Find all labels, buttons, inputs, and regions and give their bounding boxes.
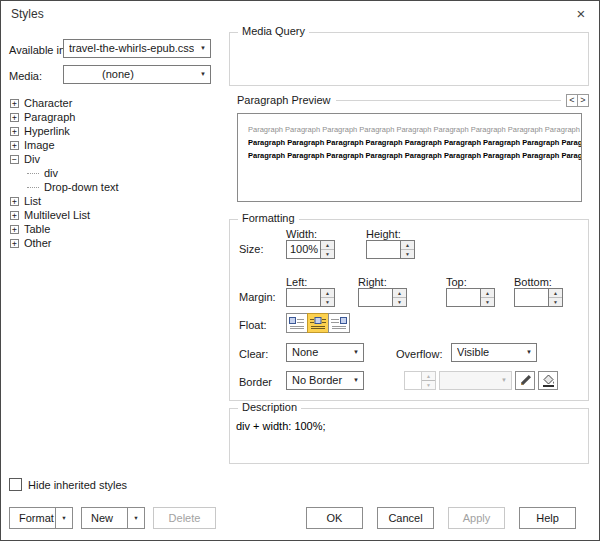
description-legend: Description [238, 401, 301, 413]
float-center-button[interactable] [307, 313, 329, 333]
media-label: Media: [9, 70, 42, 82]
tree-connector [27, 173, 39, 174]
media-query-legend: Media Query [238, 25, 309, 37]
overflow-select[interactable]: Visible ▼ [451, 343, 537, 362]
tree-connector [27, 187, 39, 188]
margin-label: Margin: [239, 291, 276, 303]
hide-inherited-checkbox[interactable] [9, 478, 22, 491]
expand-icon[interactable]: + [10, 141, 19, 150]
spin-up-icon[interactable]: ▲ [321, 289, 334, 298]
border-style-select[interactable]: No Border ▼ [286, 371, 364, 390]
spin-up-icon[interactable]: ▲ [549, 289, 562, 298]
spin-down-icon[interactable]: ▼ [401, 250, 414, 258]
expand-icon[interactable]: + [10, 127, 19, 136]
spin-up-icon[interactable]: ▲ [401, 241, 414, 250]
preview-next-button[interactable]: > [577, 94, 589, 107]
tree-item-paragraph[interactable]: + Paragraph [9, 110, 214, 124]
width-label: Width: [286, 228, 317, 240]
spin-down-icon[interactable]: ▼ [321, 250, 334, 258]
spin-down-icon[interactable]: ▼ [549, 298, 562, 306]
available-in-select[interactable]: travel-the-whirls-epub.css ▼ [63, 39, 211, 58]
expand-icon[interactable]: + [10, 99, 19, 108]
hide-inherited-label: Hide inherited styles [28, 479, 127, 491]
spin-up-icon[interactable]: ▲ [321, 241, 334, 250]
float-left-button[interactable] [286, 313, 308, 333]
expand-icon[interactable]: + [10, 211, 19, 220]
spin-down-icon[interactable]: ▼ [481, 298, 494, 306]
chevron-down-icon[interactable]: ▼ [127, 508, 144, 528]
chevron-down-icon[interactable]: ▼ [55, 508, 72, 528]
delete-button: Delete [153, 507, 216, 529]
expand-icon[interactable]: + [10, 113, 19, 122]
chevron-down-icon: ▼ [353, 377, 359, 383]
tree-item-label: Character [24, 97, 72, 109]
height-input[interactable]: ▲▼ [366, 240, 415, 259]
border-width-input: ▲▼ [404, 371, 436, 390]
chevron-down-icon: ▼ [353, 349, 359, 355]
expand-icon[interactable]: + [10, 225, 19, 234]
border-pen-button[interactable] [515, 371, 535, 390]
expand-icon[interactable]: + [10, 197, 19, 206]
formatting-legend: Formatting [238, 212, 299, 224]
margin-bottom-label: Bottom: [514, 276, 552, 288]
fill-color-button[interactable] [538, 371, 558, 390]
expand-icon[interactable]: + [10, 239, 19, 248]
tree-item-hyperlink[interactable]: + Hyperlink [9, 124, 214, 138]
close-icon[interactable]: × [573, 5, 589, 22]
description-text: div + width: 100%; [236, 420, 326, 432]
tree-item-character[interactable]: + Character [9, 96, 214, 110]
spin-down-icon[interactable]: ▼ [321, 298, 334, 306]
spin-up-icon[interactable]: ▲ [393, 289, 406, 298]
width-input[interactable]: 100% ▲▼ [286, 240, 335, 259]
spin-down-icon[interactable]: ▼ [393, 298, 406, 306]
float-right-button[interactable] [328, 313, 350, 333]
tree-item-label: List [24, 195, 41, 207]
preview-line: Paragraph Paragraph Paragraph Paragraph … [248, 125, 581, 134]
tree-item-image[interactable]: + Image [9, 138, 214, 152]
new-button[interactable]: New ▼ [81, 507, 145, 529]
tree-item-div-child[interactable]: div [9, 166, 214, 180]
clear-value: None [292, 344, 347, 361]
spin-up-icon[interactable]: ▲ [481, 289, 494, 298]
ok-button[interactable]: OK [306, 507, 363, 529]
tree-item-label: Image [24, 139, 55, 151]
tree-item-div[interactable]: − Div [9, 152, 214, 166]
margin-left-label: Left: [286, 276, 307, 288]
tree-item-label: Div [24, 153, 40, 165]
help-button[interactable]: Help [519, 507, 576, 529]
margin-right-input[interactable]: ▲▼ [358, 288, 407, 307]
window-title: Styles [11, 7, 44, 21]
margin-right-label: Right: [358, 276, 387, 288]
spinner: ▲▼ [320, 289, 334, 306]
spinner: ▲▼ [548, 289, 562, 306]
spinner: ▲▼ [392, 289, 406, 306]
pen-icon [519, 374, 532, 387]
hide-inherited-styles-row: Hide inherited styles [9, 478, 127, 491]
media-select[interactable]: (none) ▼ [63, 65, 211, 84]
media-value: (none) [102, 66, 194, 83]
cancel-button[interactable]: Cancel [377, 507, 434, 529]
margin-top-input[interactable]: ▲▼ [446, 288, 495, 307]
float-center-icon [310, 317, 326, 330]
preview-line-styled: Paragraph Paragraph Paragraph Paragraph … [248, 138, 581, 147]
spinner: ▲▼ [480, 289, 494, 306]
tree-item-drop-down-text[interactable]: Drop-down text [9, 180, 214, 194]
paragraph-preview-header: Paragraph Preview < > [229, 93, 589, 107]
float-label: Float: [239, 319, 267, 331]
chevron-down-icon: ▼ [200, 45, 206, 51]
tree-item-table[interactable]: + Table [9, 222, 214, 236]
tree-item-other[interactable]: + Other [9, 236, 214, 250]
collapse-icon[interactable]: − [10, 155, 19, 164]
size-label: Size: [239, 243, 263, 255]
clear-select[interactable]: None ▼ [286, 343, 364, 362]
tree-item-list[interactable]: + List [9, 194, 214, 208]
description-group: Description [229, 408, 589, 464]
apply-button: Apply [448, 507, 505, 529]
format-button[interactable]: Format ▼ [9, 507, 73, 529]
media-query-group: Media Query [229, 32, 589, 86]
margin-bottom-input[interactable]: ▲▼ [514, 288, 563, 307]
chevron-down-icon: ▼ [526, 349, 532, 355]
margin-left-input[interactable]: ▲▼ [286, 288, 335, 307]
paragraph-preview-box: Paragraph Paragraph Paragraph Paragraph … [237, 113, 582, 202]
tree-item-multilevel-list[interactable]: + Multilevel List [9, 208, 214, 222]
